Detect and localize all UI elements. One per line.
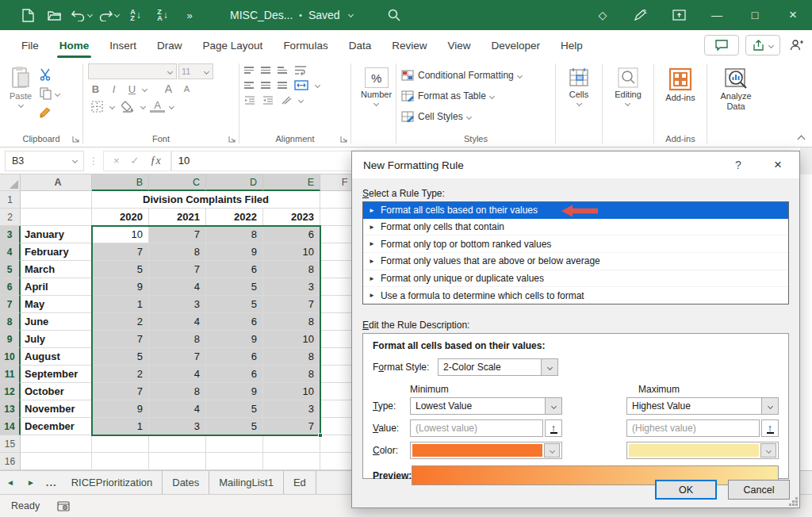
sheet-tab-dates[interactable]: Dates [163,471,209,495]
value-cell[interactable]: 7 [92,243,149,261]
minimum-value-input[interactable]: (Lowest value) [410,419,543,437]
maximum-color-select[interactable] [626,442,779,459]
paste-button[interactable]: Paste [5,63,36,109]
merge-dropdown[interactable] [315,82,320,88]
copy-dropdown[interactable] [55,90,60,96]
year-cell[interactable]: 2020 [92,209,149,226]
enter-entry-icon[interactable]: ✓ [131,155,140,167]
shrink-font-button[interactable]: A [179,84,194,94]
font-size-combo[interactable]: 11 [178,63,213,79]
month-cell[interactable]: April [21,278,92,296]
value-cell[interactable]: 1 [92,418,149,435]
cut-button[interactable] [36,67,54,82]
undo-dropdown[interactable] [87,11,93,17]
value-cell[interactable]: 4 [149,400,206,418]
font-dialog-launcher[interactable] [227,134,237,144]
chevron-down-icon[interactable] [760,443,776,458]
tab-data[interactable]: Data [339,30,382,60]
paste-dropdown[interactable] [18,102,24,108]
fill-color-dropdown[interactable] [140,103,146,109]
value-cell[interactable]: 3 [263,400,320,418]
tab-page-layout[interactable]: Page Layout [193,30,274,60]
column-header-d[interactable]: D [206,174,263,191]
new-file-icon[interactable] [14,4,41,26]
value-cell[interactable]: 9 [206,331,263,348]
row-header[interactable]: 14 [0,418,21,435]
borders-button[interactable] [88,98,105,114]
tab-formulas[interactable]: Formulas [273,30,338,60]
align-top-button[interactable] [244,67,254,74]
value-cell[interactable]: 4 [149,366,206,383]
ribbon-display-options-icon[interactable] [660,0,698,30]
chevron-down-icon[interactable] [544,443,560,458]
row-header[interactable]: 13 [0,400,21,418]
value-cell[interactable]: 6 [206,348,263,366]
year-cell[interactable]: 2022 [206,209,263,226]
value-cell[interactable]: 3 [149,418,206,435]
italic-button[interactable]: I [106,83,121,95]
align-left-button[interactable] [244,82,254,89]
formula-bar-grip[interactable]: ⋮ [89,155,98,167]
clipboard-dialog-launcher[interactable] [71,134,81,144]
rule-type-list[interactable]: ► Format all cells based on their values… [362,201,789,304]
orientation-button[interactable] [281,95,292,105]
analyze-data-button[interactable]: Analyze Data [712,65,760,114]
year-cell[interactable]: 2023 [263,209,320,226]
close-button[interactable]: × [774,0,812,30]
value-cell[interactable]: 10 [263,243,320,261]
bold-button[interactable]: B [88,83,103,95]
maximum-type-select[interactable]: Highest Value [626,397,779,415]
rule-type-unique-duplicate[interactable]: ► Format only unique or duplicate values [363,270,788,288]
tab-view[interactable]: View [437,30,481,60]
value-cell[interactable]: 9 [92,400,149,418]
chevron-down-icon[interactable] [761,398,778,414]
quick-access-more-button[interactable]: » [176,4,203,26]
select-all-corner[interactable] [0,174,21,191]
month-cell[interactable]: August [21,348,92,366]
feedback-pen-icon[interactable] [622,0,660,30]
month-cell[interactable]: November [21,400,92,418]
value-cell[interactable]: 8 [263,261,320,278]
redo-button[interactable] [95,4,122,26]
undo-button[interactable] [68,4,95,26]
insert-function-icon[interactable]: ƒx [151,155,161,167]
value-cell[interactable]: 3 [149,296,206,313]
rule-type-above-below-average[interactable]: ► Format only values that are above or b… [363,253,788,270]
value-cell[interactable]: 5 [92,348,149,366]
cell-styles-button[interactable]: Cell Styles [401,106,550,127]
more-sheets-button[interactable]: ... [41,477,62,488]
value-cell[interactable]: 8 [149,331,206,348]
share-button[interactable] [745,35,780,56]
chevron-down-icon[interactable] [348,11,354,17]
number-format-button[interactable]: % Number [356,65,396,108]
premium-diamond-icon[interactable]: ◇ [584,0,622,30]
value-cell[interactable]: 7 [263,418,320,435]
search-icon[interactable] [385,6,404,25]
row-header[interactable]: 3 [0,226,21,243]
value-cell[interactable]: 8 [149,243,206,261]
value-cell[interactable]: 6 [263,226,320,243]
redo-dropdown[interactable] [114,11,120,17]
sheet-tab-mailinglist1[interactable]: MailingList1 [209,471,284,495]
column-header-e[interactable]: E [263,174,320,191]
cancel-button[interactable]: Cancel [728,480,790,500]
month-cell[interactable]: February [21,243,92,261]
value-cell[interactable]: 10 [263,331,320,348]
grow-font-button[interactable]: A [161,82,176,95]
row-header[interactable]: 4 [0,243,21,261]
tab-developer[interactable]: Developer [481,30,550,60]
value-cell[interactable]: 8 [263,348,320,366]
dialog-title-bar[interactable]: New Formatting Rule ? × [352,151,799,178]
row-header[interactable]: 11 [0,366,21,383]
row-header[interactable]: 1 [0,191,21,209]
next-sheet-button[interactable]: ► [21,478,41,487]
row-header[interactable]: 12 [0,383,21,400]
tab-insert[interactable]: Insert [99,30,147,60]
value-cell[interactable]: 7 [149,226,206,243]
document-title[interactable]: MISC_Des... • Saved [230,0,353,30]
value-cell[interactable]: 7 [149,261,206,278]
month-cell[interactable]: July [21,331,92,348]
value-cell[interactable]: 5 [92,261,149,278]
row-header[interactable]: 9 [0,331,21,348]
underline-button[interactable]: U [124,83,140,95]
